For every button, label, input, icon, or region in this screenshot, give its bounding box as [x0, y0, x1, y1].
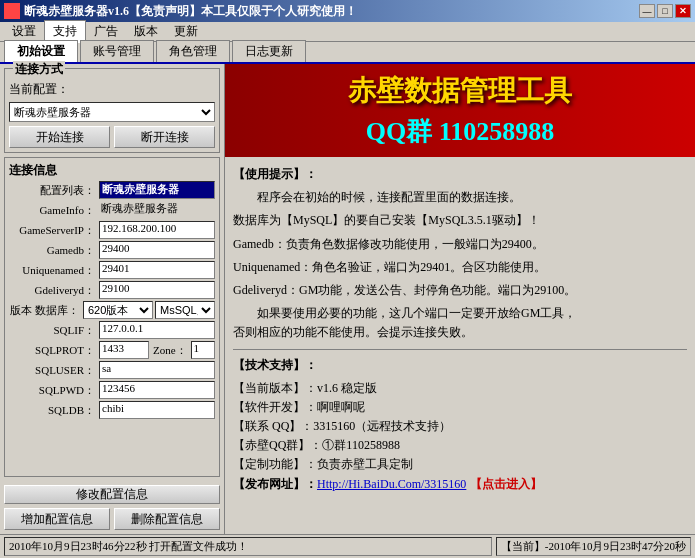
tip-6: 如果要使用必要的功能，这几个端口一定要开放给GM工具， [233, 304, 687, 323]
zone-label: Zone： [153, 343, 187, 358]
right-header-title: 赤壁数据管理工具 [237, 72, 683, 110]
menu-version[interactable]: 版本 [126, 21, 166, 42]
customize-label: 【定制功能】： [233, 455, 317, 474]
minimize-button[interactable]: — [639, 4, 655, 18]
sqldb-label: SQLDB： [9, 403, 99, 418]
menu-update[interactable]: 更新 [166, 21, 206, 42]
chibi-qq-row: 【赤壁QQ群】： ①群110258988 [233, 436, 687, 455]
info-section-title: 连接信息 [9, 162, 215, 179]
usage-tips-section: 【使用提示】： 程序会在初始的时候，连接配置里面的数据连接。 数据库为【MySQ… [233, 165, 687, 343]
website-label: 【发布网址】： [233, 475, 317, 494]
connect-group: 连接方式 当前配置： 断魂赤壁服务器 开始连接 断开连接 [4, 68, 220, 153]
disconnect-button[interactable]: 断开连接 [114, 126, 215, 148]
developer-label: 【软件开发】： [233, 398, 317, 417]
sqluser-value[interactable]: sa [99, 361, 215, 379]
sqlprt-label: SQLPROT： [9, 343, 99, 358]
modify-config-button[interactable]: 修改配置信息 [4, 485, 220, 504]
gdeliveryd-label: Gdeliveryd： [9, 283, 99, 298]
right-body: 【使用提示】： 程序会在初始的时候，连接配置里面的数据连接。 数据库为【MySQ… [225, 157, 695, 534]
game-server-ip-label: GameServerIP： [9, 223, 99, 238]
chibi-qq-val: ①群110258988 [322, 436, 400, 455]
version-label: 【当前版本】： [233, 379, 317, 398]
contact-label: 【联系 QQ】： [233, 417, 313, 436]
uniquenamed-label: Uniquenamed： [9, 263, 99, 278]
chibi-qq-label: 【赤壁QQ群】： [233, 436, 322, 455]
website-click-link[interactable]: 【点击进入】 [470, 475, 542, 494]
bottom-buttons: 修改配置信息 增加配置信息 删除配置信息 [4, 485, 220, 530]
website-row: 【发布网址】： Http://Hi.BaiDu.Com/3315160 【点击进… [233, 475, 687, 494]
status-left-text: 2010年10月9日23时46分22秒 打开配置文件成功！ [4, 537, 492, 556]
tab-role-management[interactable]: 角色管理 [156, 40, 230, 62]
menu-ads[interactable]: 广告 [86, 21, 126, 42]
tip-3: Gamedb：负责角色数据修改功能使用，一般端口为29400。 [233, 235, 687, 254]
gdeliveryd-value[interactable]: 29100 [99, 281, 215, 299]
start-connect-button[interactable]: 开始连接 [9, 126, 110, 148]
developer-row: 【软件开发】： 啊哩啊呢 [233, 398, 687, 417]
usage-tips-title: 【使用提示】： [233, 165, 687, 184]
connect-group-title: 连接方式 [13, 61, 65, 78]
contact-row: 【联系 QQ】： 3315160（远程技术支持） [233, 417, 687, 436]
tech-support-section: 【技术支持】： 【当前版本】： v1.6 稳定版 【软件开发】： 啊哩啊呢 【联… [233, 356, 687, 494]
tip-7: 否则相应的功能不能使用。会提示连接失败。 [233, 323, 687, 342]
customize-row: 【定制功能】： 负责赤壁工具定制 [233, 455, 687, 474]
sqldb-value[interactable]: chibi [99, 401, 215, 419]
developer-val: 啊哩啊呢 [317, 398, 365, 417]
delete-config-button[interactable]: 删除配置信息 [114, 508, 220, 530]
window-title: 断魂赤壁服务器v1.6【免责声明】本工具仅限于个人研究使用！ [24, 3, 357, 20]
left-panel: 连接方式 当前配置： 断魂赤壁服务器 开始连接 断开连接 连接信息 配置列表： … [0, 64, 225, 534]
info-section: 连接信息 配置列表： 断魂赤壁服务器 GameInfo： 断魂赤壁服务器 Gam… [4, 157, 220, 477]
website-link[interactable]: Http://Hi.BaiDu.Com/3315160 [317, 475, 466, 494]
version-row: 【当前版本】： v1.6 稳定版 [233, 379, 687, 398]
tip-5: Gdeliveryd：GM功能，发送公告、封停角色功能。端口为29100。 [233, 281, 687, 300]
status-right-text: 【当前】-2010年10月9日23时47分20秒 [496, 537, 691, 556]
zone-value[interactable]: 1 [191, 341, 215, 359]
db-type-select[interactable]: MsSQL库 [155, 301, 215, 319]
game-info-label: GameInfo： [9, 203, 99, 218]
game-server-ip-value[interactable]: 192.168.200.100 [99, 221, 215, 239]
uniquenamed-value[interactable]: 29401 [99, 261, 215, 279]
sqlif-value[interactable]: 127.0.0.1 [99, 321, 215, 339]
customize-val: 负责赤壁工具定制 [317, 455, 413, 474]
right-header-qq: QQ群 110258988 [237, 114, 683, 149]
current-config-label: 当前配置： [9, 81, 69, 98]
main-content: 连接方式 当前配置： 断魂赤壁服务器 开始连接 断开连接 连接信息 配置列表： … [0, 64, 695, 534]
sqlprt-value[interactable]: 1433 [99, 341, 149, 359]
current-config-select[interactable]: 断魂赤壁服务器 [9, 102, 215, 122]
divider [233, 349, 687, 350]
title-bar: 断魂赤壁服务器v1.6【免责声明】本工具仅限于个人研究使用！ — □ ✕ [0, 0, 695, 22]
version-label: 版本 数据库： [9, 303, 83, 318]
game-info-value: 断魂赤壁服务器 [99, 201, 215, 219]
tab-log-update[interactable]: 日志更新 [232, 40, 306, 62]
tip-4: Uniquenamed：角色名验证，端口为29401。合区功能使用。 [233, 258, 687, 277]
menu-settings[interactable]: 设置 [4, 21, 44, 42]
app-icon [4, 3, 20, 19]
tab-account-management[interactable]: 账号管理 [80, 40, 154, 62]
tech-support-title: 【技术支持】： [233, 356, 687, 375]
tip-1: 程序会在初始的时候，连接配置里面的数据连接。 [233, 188, 687, 207]
sqlpwd-label: SQLPWD： [9, 383, 99, 398]
menu-bar: 设置 支持 广告 版本 更新 [0, 22, 695, 42]
close-button[interactable]: ✕ [675, 4, 691, 18]
sqlpwd-value[interactable]: 123456 [99, 381, 215, 399]
config-list-value: 断魂赤壁服务器 [99, 181, 215, 199]
config-list-label: 配置列表： [9, 183, 99, 198]
gamedb-label: Gamedb： [9, 243, 99, 258]
right-header: 赤壁数据管理工具 QQ群 110258988 [225, 64, 695, 157]
version-val: v1.6 稳定版 [317, 379, 377, 398]
add-config-button[interactable]: 增加配置信息 [4, 508, 110, 530]
right-panel: 赤壁数据管理工具 QQ群 110258988 【使用提示】： 程序会在初始的时候… [225, 64, 695, 534]
contact-val: 3315160（远程技术支持） [313, 417, 451, 436]
version-select[interactable]: 620版本 [83, 301, 153, 319]
status-bar: 2010年10月9日23时46分22秒 打开配置文件成功！ 【当前】-2010年… [0, 534, 695, 558]
sqluser-label: SQLUSER： [9, 363, 99, 378]
window-controls: — □ ✕ [639, 4, 691, 18]
sqlif-label: SQLIF： [9, 323, 99, 338]
tab-bar: 初始设置 账号管理 角色管理 日志更新 [0, 42, 695, 64]
tab-initial-settings[interactable]: 初始设置 [4, 40, 78, 62]
tip-2: 数据库为【MySQL】的要自己安装【MySQL3.5.1驱动】！ [233, 211, 687, 230]
maximize-button[interactable]: □ [657, 4, 673, 18]
gamedb-value[interactable]: 29400 [99, 241, 215, 259]
